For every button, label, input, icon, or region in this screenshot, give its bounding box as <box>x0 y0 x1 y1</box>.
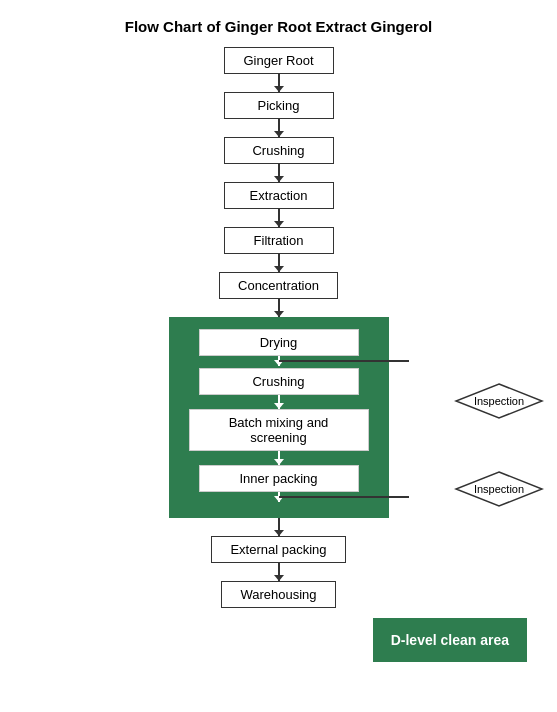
green-section: Drying Crushing Batch mixing and screeni… <box>169 317 389 518</box>
box-drying: Drying <box>199 329 359 356</box>
arrow-3 <box>278 164 280 182</box>
box-warehousing: Warehousing <box>221 581 335 608</box>
box-picking: Picking <box>224 92 334 119</box>
box-extraction: Extraction <box>224 182 334 209</box>
arrow-4 <box>278 209 280 227</box>
box-crushing1: Crushing <box>224 137 334 164</box>
arrow-5 <box>278 254 280 272</box>
inspection1-label: Inspection <box>473 395 523 407</box>
flowchart: Ginger Root Picking Crushing Extraction … <box>0 47 557 608</box>
box-batch-mixing: Batch mixing and screening <box>189 409 369 451</box>
inspection1-group: Inspection <box>454 382 544 420</box>
d-level-box: D-level clean area <box>373 618 527 662</box>
box-filtration: Filtration <box>224 227 334 254</box>
box-external-packing: External packing <box>211 536 345 563</box>
inspection2-label: Inspection <box>473 483 523 495</box>
box-concentration: Concentration <box>219 272 338 299</box>
arrow-7 <box>278 518 280 536</box>
arrow-2 <box>278 119 280 137</box>
arrow-6 <box>278 299 280 317</box>
box-inner-packing: Inner packing <box>199 465 359 492</box>
inspection2-diamond: Inspection <box>454 470 544 508</box>
box-ginger-root: Ginger Root <box>224 47 334 74</box>
inspection1-diamond: Inspection <box>454 382 544 420</box>
arrow-1 <box>278 74 280 92</box>
page-title: Flow Chart of Ginger Root Extract Ginger… <box>125 18 433 35</box>
inspection2-group: Inspection <box>454 470 544 508</box>
box-crushing2: Crushing <box>199 368 359 395</box>
arrow-8 <box>278 563 280 581</box>
